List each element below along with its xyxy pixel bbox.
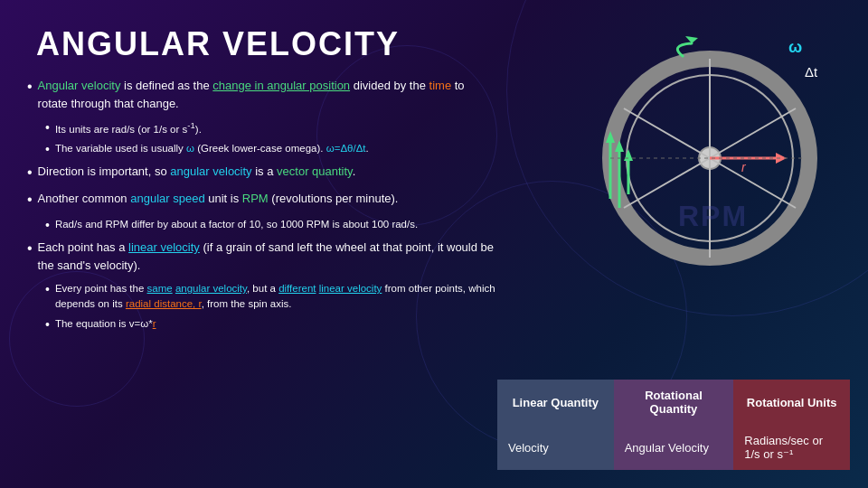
sub-bullet-3-1: • Rad/s and RPM differ by about a factor… <box>27 217 497 235</box>
page-title: ANGULAR VELOCITY <box>36 25 400 63</box>
svg-line-4 <box>710 108 796 158</box>
cell-velocity: Velocity <box>497 425 614 470</box>
table-row: Velocity Angular Velocity Radians/sec or… <box>497 425 850 470</box>
bullet-4: • Each point has a linear velocity (if a… <box>27 239 497 274</box>
wheel-svg: ω Δt r RPM <box>542 18 832 280</box>
cell-angular-velocity: Angular Velocity <box>614 425 734 470</box>
bullet-3: • Another common angular speed unit is R… <box>27 190 497 210</box>
angular-velocity-term: Angular velocity <box>38 79 121 92</box>
sub-bullet-1-2: • The variable used is usually ω (Greek … <box>27 141 497 159</box>
omega-label: ω <box>788 38 802 56</box>
r-label: r <box>741 160 747 174</box>
content-area: • Angular velocity is defined as the cha… <box>27 77 497 337</box>
change-angular-position: change in angular position <box>212 79 350 92</box>
svg-line-8 <box>624 108 710 158</box>
data-table-container: Linear Quantity Rotational Quantity Rota… <box>497 380 850 470</box>
svg-marker-15 <box>624 149 633 161</box>
delta-t-label: Δt <box>805 64 818 80</box>
sub-bullet-4-1: • Every point has the same angular veloc… <box>27 281 497 313</box>
col-header-linear: Linear Quantity <box>497 380 614 425</box>
rpm-bg-text: RPM <box>678 200 748 232</box>
time-term: time <box>429 79 452 92</box>
bullet-2: • Direction is important, so angular vel… <box>27 163 497 183</box>
cell-radians-sec: Radians/sec or 1/s or s⁻¹ <box>733 425 850 470</box>
data-table: Linear Quantity Rotational Quantity Rota… <box>497 380 850 470</box>
sub-bullet-4-2: • The equation is v=ω*r <box>27 316 497 334</box>
col-header-rotational-units: Rotational Units <box>733 380 850 425</box>
col-header-rotational-qty: Rotational Quantity <box>614 380 734 425</box>
bullet-1-text: Angular velocity is defined as the chang… <box>38 77 497 112</box>
bullet-dot: • <box>27 77 33 112</box>
sub-bullet-1-1: • Its units are rad/s (or 1/s or s-1). <box>27 119 497 137</box>
bullet-1: • Angular velocity is defined as the cha… <box>27 77 497 112</box>
wheel-diagram: ω Δt r RPM <box>542 18 832 289</box>
svg-marker-9 <box>685 36 698 43</box>
